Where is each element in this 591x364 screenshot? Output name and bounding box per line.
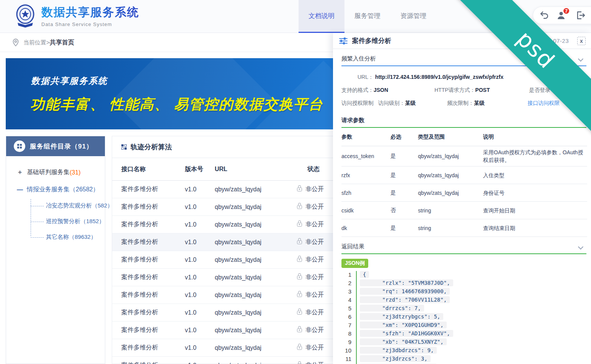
code-text: "rzlx": "5TVM387J0D", [360, 279, 453, 286]
cell-interface-name: 案件多维分析 [121, 238, 185, 246]
app-subtitle: Data Share Service System [41, 21, 139, 27]
tree-leaf-item[interactable]: 其它名称（89632） [31, 233, 105, 241]
header-action-pill: 7 [533, 7, 591, 24]
cell-version: v1.0 [185, 186, 215, 193]
login-label: 是否登录 [529, 87, 550, 94]
col-required: 必选 [390, 134, 418, 140]
cell-type: qbyw/zats_lqydaj [418, 172, 483, 178]
json-example-badge: JSON例 [341, 259, 368, 268]
undo-icon[interactable] [539, 10, 550, 21]
cell-interface-name: 案件多维分析 [121, 203, 185, 211]
cell-interface-name: 案件多维分析 [121, 326, 185, 334]
sliders-icon [339, 37, 348, 45]
lock-icon [297, 346, 302, 350]
code-text: "rzd": "706VV11L28", [360, 296, 450, 303]
police-badge-logo [15, 3, 36, 28]
cell-required: 否 [390, 207, 418, 214]
cell-interface-name: 案件多维分析 [121, 309, 185, 317]
tree-node-label: 基础研判服务集 [27, 168, 70, 176]
level-label: 访问级别： [378, 100, 405, 106]
cell-required: 是 [390, 153, 418, 160]
logout-icon[interactable] [575, 10, 587, 21]
method-label: HTTP请求方式： [434, 87, 475, 93]
tab-docs[interactable]: 文档说明 [299, 0, 344, 33]
tree-leaf-item[interactable]: 巡控预警分析（1852） [31, 218, 105, 225]
banner-title: 数据共享服务系统 [31, 75, 108, 87]
cell-url: qbyw/zats_lqydaj [215, 186, 297, 193]
user-icon[interactable]: 7 [555, 10, 567, 21]
param-row: csidk否string查询开始日期 [341, 202, 587, 219]
line-number: 10 [341, 347, 351, 354]
cell-version: v1.0 [185, 239, 215, 246]
code-text: "xm": "X0PQ1GUHD9", [360, 322, 447, 328]
code-text: "zj3dtzrybgcs": 5, [360, 313, 443, 320]
code-line: 3 "rq": 1466768939000, [341, 287, 591, 295]
chevron-down-icon[interactable] [578, 244, 583, 249]
expand-icon[interactable]: ＋ [17, 168, 24, 176]
access-permission-link[interactable]: 接口访问权限 [527, 100, 560, 107]
status-text: 非公开 [305, 238, 324, 246]
cell-url: qbyw/zats_lqydaj [215, 274, 297, 281]
cell-url: qbyw/zats_lqydaj [215, 256, 297, 263]
code-text: "xb": "04K7L5XNYZ", [360, 338, 447, 345]
cell-desc: 身份证号 [483, 187, 587, 199]
cell-version: v1.0 [185, 204, 215, 211]
cell-version: v1.0 [185, 221, 215, 228]
cell-interface-name: 案件多维分析 [121, 291, 185, 299]
cell-required: 是 [390, 225, 418, 232]
app-title: 数据共享服务系统 [41, 5, 139, 20]
cell-status: 非公开 [297, 256, 324, 264]
line-number: 9 [341, 339, 351, 345]
cell-param: dk [341, 225, 390, 231]
tree-leaf-item[interactable]: 冶安态势宏观分析（582） [31, 202, 105, 209]
cell-version: v1.0 [185, 309, 215, 316]
cell-type: qbyw/zats_lqydaj [418, 190, 483, 196]
tab-resource-mgmt[interactable]: 资源管理 [390, 0, 436, 33]
collapse-icon[interactable]: — [17, 186, 24, 193]
url-value: http://172.424.156:8989/v1.0/jcyp/gifw_z… [375, 74, 503, 80]
brand: 数据共享服务系统 Data Share Service System [15, 3, 139, 28]
lock-icon [297, 328, 302, 332]
line-number: 8 [341, 330, 351, 337]
cell-status: 非公开 [297, 326, 324, 334]
cell-interface-name: 案件多维分析 [121, 256, 185, 264]
chevron-down-icon[interactable] [578, 56, 583, 61]
code-text: "zj3drzcs": 3, [360, 355, 431, 362]
tree-node-basic[interactable]: ＋ 基础研判服务集 (31) [17, 168, 105, 176]
cell-interface-name: 案件多维分析 [121, 344, 185, 352]
cell-url: qbyw/zats_lqydaj [215, 309, 297, 316]
breadcrumb-label: 当前位置> [23, 39, 50, 46]
cell-interface-name: 案件多维分析 [121, 361, 185, 364]
lock-icon [297, 258, 302, 262]
app-root: 数据共享服务系统 Data Share Service System 文档说明服… [0, 0, 591, 364]
location-pin-icon [13, 39, 19, 46]
cell-version: v1.0 [185, 256, 215, 263]
status-text: 非公开 [305, 185, 324, 193]
status-text: 非公开 [305, 273, 324, 281]
breadcrumb-current[interactable]: 共享首页 [50, 39, 74, 47]
col-status: 状态 [297, 165, 320, 173]
col-type: 类型及范围 [418, 134, 483, 140]
freq-label: 频次限制： [447, 100, 474, 106]
cell-url: qbyw/zats_lqydaj [215, 221, 297, 228]
cell-url: qbyw/zats_lqydaj [215, 362, 297, 364]
format-value: JSON [374, 87, 388, 93]
code-line: 7 "xm": "X0PQ1GUHD9", [341, 321, 591, 329]
tab-service-mgmt[interactable]: 服务管理 [344, 0, 390, 33]
cell-param: sfzh [341, 190, 390, 196]
line-number: 7 [341, 322, 351, 328]
lock-icon [297, 240, 302, 244]
cell-status: 非公开 [297, 361, 324, 364]
col-version: 版本号 [185, 165, 215, 173]
lock-icon [297, 276, 302, 279]
close-icon[interactable]: x [577, 37, 586, 45]
code-lines: 1{2 "rzlx": "5TVM387J0D",3 "rq": 1466768… [341, 270, 591, 364]
params-table-body: access_token是qbyw/zats_lqydaj采用OAuth授权方式… [333, 146, 591, 237]
cell-version: v1.0 [185, 344, 215, 351]
analysis-section-title: 频繁入住分析 [341, 55, 376, 62]
tree-node-intel[interactable]: — 情报业务服务集 （26582） [17, 186, 105, 194]
param-row: sfzh是qbyw/zats_lqydaj身份证号 [341, 184, 587, 202]
cell-param: rzfx [341, 172, 390, 178]
service-table-title: 轨迹分析算法 [131, 142, 172, 152]
cell-required: 是 [390, 189, 418, 196]
